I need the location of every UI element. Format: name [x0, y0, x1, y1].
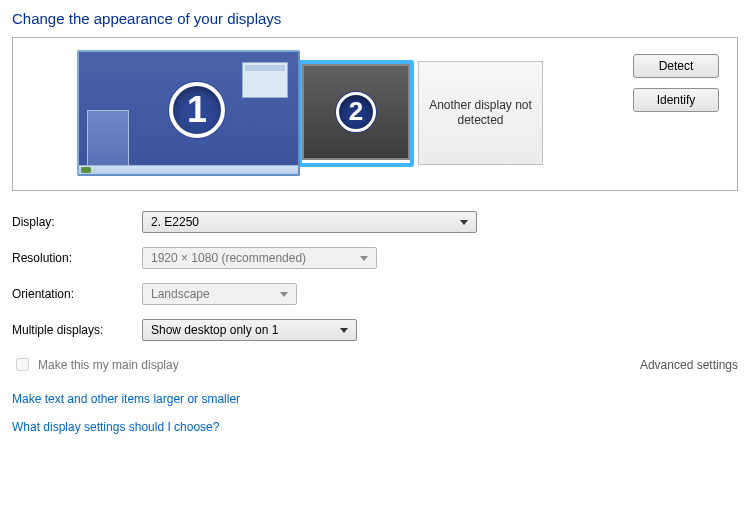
multiple-displays-value: Show desktop only on 1	[151, 323, 278, 337]
chevron-down-icon	[356, 248, 372, 268]
resolution-select-value: 1920 × 1080 (recommended)	[151, 251, 306, 265]
advanced-settings-link[interactable]: Advanced settings	[640, 358, 738, 372]
page-title: Change the appearance of your displays	[12, 10, 738, 27]
orientation-label: Orientation:	[12, 287, 142, 301]
chevron-down-icon	[336, 320, 352, 340]
monitor-layout[interactable]: 1 2 Another display not detected	[27, 50, 633, 176]
chevron-down-icon	[456, 212, 472, 232]
main-display-checkbox-input	[16, 358, 29, 371]
detect-button[interactable]: Detect	[633, 54, 719, 78]
display-label: Display:	[12, 215, 142, 229]
monitor-number-badge: 1	[169, 82, 225, 138]
main-display-checkbox-label: Make this my main display	[38, 358, 179, 372]
resolution-select: 1920 × 1080 (recommended)	[142, 247, 377, 269]
monitor-1[interactable]: 1	[77, 50, 300, 176]
not-detected-text: Another display not detected	[419, 98, 542, 128]
display-preview-area: 1 2 Another display not detected Detect …	[12, 37, 738, 191]
help-link[interactable]: What display settings should I choose?	[12, 420, 738, 434]
monitor-number-badge: 2	[336, 92, 376, 132]
orientation-select: Landscape	[142, 283, 297, 305]
taskbar-thumbnail	[79, 165, 298, 174]
identify-button[interactable]: Identify	[633, 88, 719, 112]
window-thumbnail	[242, 62, 288, 98]
multiple-displays-label: Multiple displays:	[12, 323, 142, 337]
display-select[interactable]: 2. E2250	[142, 211, 477, 233]
main-display-checkbox: Make this my main display	[12, 355, 179, 374]
orientation-select-value: Landscape	[151, 287, 210, 301]
monitor-2-selected[interactable]: 2	[298, 60, 414, 167]
chevron-down-icon	[276, 284, 292, 304]
display-not-detected-placeholder[interactable]: Another display not detected	[418, 61, 543, 165]
resolution-label: Resolution:	[12, 251, 142, 265]
multiple-displays-select[interactable]: Show desktop only on 1	[142, 319, 357, 341]
text-size-link[interactable]: Make text and other items larger or smal…	[12, 392, 738, 406]
window-thumbnail	[87, 110, 129, 166]
display-select-value: 2. E2250	[151, 215, 199, 229]
